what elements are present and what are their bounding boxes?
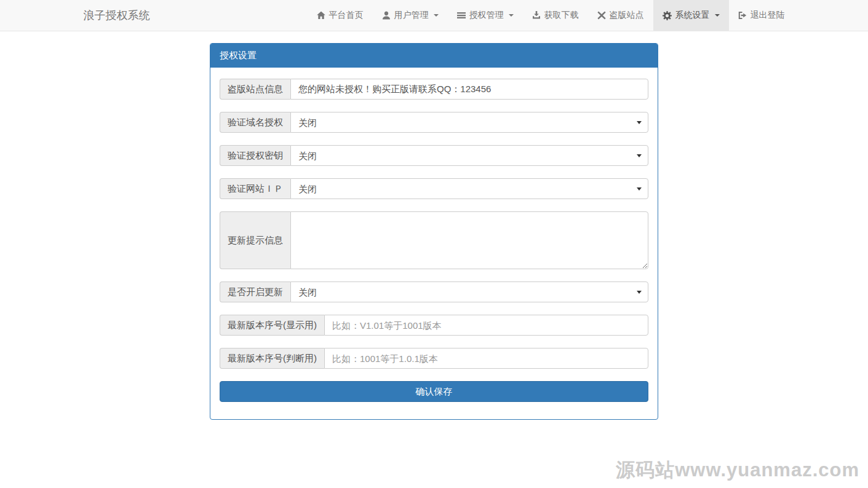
pirate-site-message-input[interactable] (290, 79, 648, 100)
enable-update-select[interactable]: 关闭 (290, 281, 648, 302)
brand[interactable]: 浪子授权系统 (74, 0, 159, 31)
select-wrap: 关闭 (290, 145, 648, 166)
nav-item-user-management[interactable]: 用户管理 (373, 0, 448, 31)
panel-body: 盗版站点信息 验证域名授权 关闭 验证授权密钥 关闭 验证网站ＩＰ (210, 68, 658, 419)
nav-item-pirate-sites[interactable]: 盗版站点 (588, 0, 653, 31)
field-label: 验证域名授权 (220, 112, 290, 133)
verify-key-select[interactable]: 关闭 (290, 145, 648, 166)
field-label: 验证授权密钥 (220, 145, 290, 166)
chevron-down-icon (434, 14, 439, 17)
field-label: 验证网站ＩＰ (220, 178, 290, 199)
select-wrap: 关闭 (290, 281, 648, 302)
nav-item-logout[interactable]: 退出登陆 (729, 0, 794, 31)
nav-item-license-management[interactable]: 授权管理 (448, 0, 523, 31)
nav-item-label: 平台首页 (329, 10, 364, 21)
display-version-input[interactable] (324, 315, 648, 336)
navbar-container: 浪子授权系统 平台首页 用户管理 授权管理 (74, 0, 794, 31)
select-wrap: 关闭 (290, 112, 648, 133)
logout-icon (738, 11, 747, 20)
nav-item-label: 盗版站点 (610, 10, 644, 21)
user-icon (382, 11, 391, 20)
verify-domain-select[interactable]: 关闭 (290, 112, 648, 133)
brand-label: 浪子授权系统 (84, 8, 150, 23)
select-wrap: 关闭 (290, 178, 648, 199)
home-icon (317, 11, 325, 20)
download-icon (532, 11, 541, 20)
compare-version-input[interactable] (324, 348, 648, 369)
nav-item-get-download[interactable]: 获取下载 (523, 0, 588, 31)
chevron-down-icon (715, 14, 720, 17)
form-row-verify-ip: 验证网站ＩＰ 关闭 (220, 178, 648, 199)
form-row-update-message: 更新提示信息 (220, 211, 648, 269)
nav-item-label: 用户管理 (394, 10, 429, 21)
chevron-down-icon (509, 14, 514, 17)
nav-item-label: 系统设置 (675, 10, 710, 21)
save-button[interactable]: 确认保存 (220, 381, 648, 402)
nav-item-platform-home[interactable]: 平台首页 (308, 0, 373, 31)
verify-ip-select[interactable]: 关闭 (290, 178, 648, 199)
form-row-enable-update: 是否开启更新 关闭 (220, 281, 648, 302)
nav-item-label: 获取下载 (544, 10, 579, 21)
field-label: 最新版本序号(显示用) (220, 315, 324, 336)
field-label: 盗版站点信息 (220, 79, 290, 100)
form-row-verify-domain: 验证域名授权 关闭 (220, 112, 648, 133)
form-row-display-version: 最新版本序号(显示用) (220, 315, 648, 336)
field-label: 最新版本序号(判断用) (220, 348, 324, 369)
list-icon (457, 11, 466, 20)
nav-item-label: 授权管理 (469, 10, 504, 21)
update-message-textarea[interactable] (290, 211, 648, 269)
nav-item-label: 退出登陆 (751, 10, 785, 21)
main-nav: 平台首页 用户管理 授权管理 获取下载 (308, 0, 794, 31)
form-row-pirate-site-message: 盗版站点信息 (220, 79, 648, 100)
field-label: 是否开启更新 (220, 281, 290, 302)
top-navbar: 浪子授权系统 平台首页 用户管理 授权管理 (0, 0, 868, 31)
times-icon (597, 11, 606, 20)
form-row-compare-version: 最新版本序号(判断用) (220, 348, 648, 369)
panel-title: 授权设置 (210, 44, 658, 68)
form-row-verify-key: 验证授权密钥 关闭 (220, 145, 648, 166)
site-watermark: 源码站www.yuanmaz.com (616, 457, 859, 483)
nav-item-system-settings[interactable]: 系统设置 (653, 0, 729, 31)
gear-icon (663, 11, 672, 20)
field-label: 更新提示信息 (220, 211, 290, 269)
license-settings-panel: 授权设置 盗版站点信息 验证域名授权 关闭 验证授权密钥 关闭 (210, 43, 658, 420)
